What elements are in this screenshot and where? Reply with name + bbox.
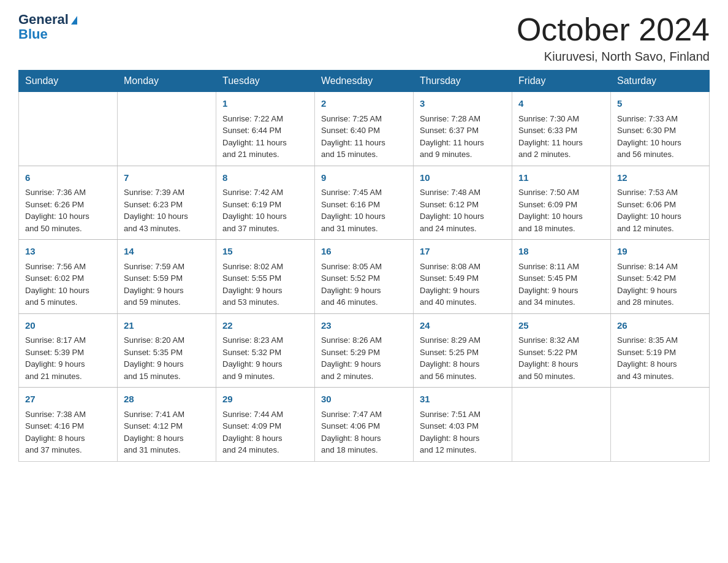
calendar-header-saturday: Saturday — [611, 71, 710, 92]
day-number: 11 — [518, 171, 604, 185]
day-number: 7 — [124, 171, 210, 185]
day-info: Sunrise: 8:08 AM Sunset: 5:49 PM Dayligh… — [420, 261, 506, 308]
day-number: 16 — [321, 245, 407, 259]
day-number: 3 — [420, 97, 506, 111]
calendar-header-tuesday: Tuesday — [216, 71, 315, 92]
page-header: General Blue October 2024 Kiuruvesi, Nor… — [18, 12, 710, 64]
day-info: Sunrise: 8:26 AM Sunset: 5:29 PM Dayligh… — [321, 334, 407, 382]
day-number: 21 — [124, 319, 210, 333]
calendar-week-row: 1Sunrise: 7:22 AM Sunset: 6:44 PM Daylig… — [19, 92, 710, 166]
calendar-cell: 1Sunrise: 7:22 AM Sunset: 6:44 PM Daylig… — [216, 92, 315, 166]
day-number: 22 — [222, 319, 308, 333]
day-number: 31 — [420, 393, 506, 407]
calendar-cell — [19, 92, 118, 166]
calendar-cell: 10Sunrise: 7:48 AM Sunset: 6:12 PM Dayli… — [414, 166, 512, 240]
day-number: 6 — [25, 171, 111, 185]
day-number: 15 — [222, 245, 308, 259]
day-info: Sunrise: 8:11 AM Sunset: 5:45 PM Dayligh… — [518, 261, 604, 308]
calendar-cell: 31Sunrise: 7:51 AM Sunset: 4:03 PM Dayli… — [414, 388, 512, 462]
day-info: Sunrise: 7:36 AM Sunset: 6:26 PM Dayligh… — [25, 186, 111, 234]
calendar-cell — [611, 388, 710, 462]
day-info: Sunrise: 8:32 AM Sunset: 5:22 PM Dayligh… — [518, 334, 604, 382]
day-number: 25 — [518, 319, 604, 333]
day-info: Sunrise: 8:20 AM Sunset: 5:35 PM Dayligh… — [124, 334, 210, 382]
calendar-cell: 30Sunrise: 7:47 AM Sunset: 4:06 PM Dayli… — [315, 388, 414, 462]
day-number: 14 — [124, 245, 210, 259]
calendar-cell: 16Sunrise: 8:05 AM Sunset: 5:52 PM Dayli… — [315, 240, 414, 314]
day-info: Sunrise: 7:47 AM Sunset: 4:06 PM Dayligh… — [321, 408, 407, 456]
calendar-cell: 23Sunrise: 8:26 AM Sunset: 5:29 PM Dayli… — [315, 313, 414, 388]
logo: General Blue — [18, 12, 77, 42]
day-info: Sunrise: 8:23 AM Sunset: 5:32 PM Dayligh… — [222, 334, 308, 382]
logo-triangle-icon — [71, 16, 77, 25]
calendar-cell: 29Sunrise: 7:44 AM Sunset: 4:09 PM Dayli… — [216, 388, 315, 462]
day-number: 20 — [25, 319, 111, 333]
calendar-cell: 26Sunrise: 8:35 AM Sunset: 5:19 PM Dayli… — [611, 313, 710, 388]
day-info: Sunrise: 7:56 AM Sunset: 6:02 PM Dayligh… — [25, 261, 111, 308]
day-number: 5 — [617, 97, 703, 111]
calendar-week-row: 27Sunrise: 7:38 AM Sunset: 4:16 PM Dayli… — [19, 388, 710, 462]
calendar-cell: 5Sunrise: 7:33 AM Sunset: 6:30 PM Daylig… — [611, 92, 710, 166]
day-info: Sunrise: 8:05 AM Sunset: 5:52 PM Dayligh… — [321, 261, 407, 308]
day-info: Sunrise: 8:02 AM Sunset: 5:55 PM Dayligh… — [222, 261, 308, 308]
day-number: 10 — [420, 171, 506, 185]
calendar-cell: 14Sunrise: 7:59 AM Sunset: 5:59 PM Dayli… — [118, 240, 216, 314]
day-info: Sunrise: 7:45 AM Sunset: 6:16 PM Dayligh… — [321, 186, 407, 234]
calendar-cell — [512, 388, 611, 462]
calendar-week-row: 20Sunrise: 8:17 AM Sunset: 5:39 PM Dayli… — [19, 313, 710, 388]
calendar-cell: 11Sunrise: 7:50 AM Sunset: 6:09 PM Dayli… — [512, 166, 611, 240]
day-number: 18 — [518, 245, 604, 259]
calendar-cell: 12Sunrise: 7:53 AM Sunset: 6:06 PM Dayli… — [611, 166, 710, 240]
calendar-week-row: 13Sunrise: 7:56 AM Sunset: 6:02 PM Dayli… — [19, 240, 710, 314]
day-number: 8 — [222, 171, 308, 185]
day-info: Sunrise: 7:59 AM Sunset: 5:59 PM Dayligh… — [124, 261, 210, 308]
day-info: Sunrise: 7:42 AM Sunset: 6:19 PM Dayligh… — [222, 186, 308, 234]
calendar-cell: 6Sunrise: 7:36 AM Sunset: 6:26 PM Daylig… — [19, 166, 118, 240]
day-number: 26 — [617, 319, 703, 333]
logo-general-text: General — [18, 12, 69, 27]
calendar-cell: 4Sunrise: 7:30 AM Sunset: 6:33 PM Daylig… — [512, 92, 611, 166]
day-number: 4 — [518, 97, 604, 111]
day-info: Sunrise: 7:33 AM Sunset: 6:30 PM Dayligh… — [617, 113, 703, 161]
calendar-cell: 27Sunrise: 7:38 AM Sunset: 4:16 PM Dayli… — [19, 388, 118, 462]
calendar-cell: 2Sunrise: 7:25 AM Sunset: 6:40 PM Daylig… — [315, 92, 414, 166]
calendar-cell: 9Sunrise: 7:45 AM Sunset: 6:16 PM Daylig… — [315, 166, 414, 240]
day-info: Sunrise: 7:39 AM Sunset: 6:23 PM Dayligh… — [124, 186, 210, 234]
day-number: 2 — [321, 97, 407, 111]
calendar-cell: 25Sunrise: 8:32 AM Sunset: 5:22 PM Dayli… — [512, 313, 611, 388]
calendar-cell: 19Sunrise: 8:14 AM Sunset: 5:42 PM Dayli… — [611, 240, 710, 314]
calendar-header-monday: Monday — [118, 71, 216, 92]
day-number: 1 — [222, 97, 308, 111]
day-number: 13 — [25, 245, 111, 259]
calendar-cell: 18Sunrise: 8:11 AM Sunset: 5:45 PM Dayli… — [512, 240, 611, 314]
calendar-header-row: SundayMondayTuesdayWednesdayThursdayFrid… — [19, 71, 710, 92]
day-number: 17 — [420, 245, 506, 259]
day-info: Sunrise: 7:50 AM Sunset: 6:09 PM Dayligh… — [518, 186, 604, 234]
calendar-cell: 15Sunrise: 8:02 AM Sunset: 5:55 PM Dayli… — [216, 240, 315, 314]
month-title: October 2024 — [517, 12, 710, 47]
calendar-cell: 8Sunrise: 7:42 AM Sunset: 6:19 PM Daylig… — [216, 166, 315, 240]
calendar-cell: 7Sunrise: 7:39 AM Sunset: 6:23 PM Daylig… — [118, 166, 216, 240]
calendar-cell — [118, 92, 216, 166]
calendar-header-friday: Friday — [512, 71, 611, 92]
calendar-cell: 20Sunrise: 8:17 AM Sunset: 5:39 PM Dayli… — [19, 313, 118, 388]
logo-blue-text: Blue — [18, 27, 77, 42]
day-number: 27 — [25, 393, 111, 407]
day-info: Sunrise: 7:48 AM Sunset: 6:12 PM Dayligh… — [420, 186, 506, 234]
calendar-cell: 17Sunrise: 8:08 AM Sunset: 5:49 PM Dayli… — [414, 240, 512, 314]
title-block: October 2024 Kiuruvesi, North Savo, Finl… — [517, 12, 710, 64]
day-info: Sunrise: 7:30 AM Sunset: 6:33 PM Dayligh… — [518, 113, 604, 161]
calendar-cell: 13Sunrise: 7:56 AM Sunset: 6:02 PM Dayli… — [19, 240, 118, 314]
day-info: Sunrise: 8:14 AM Sunset: 5:42 PM Dayligh… — [617, 261, 703, 308]
day-info: Sunrise: 8:29 AM Sunset: 5:25 PM Dayligh… — [420, 334, 506, 382]
location: Kiuruvesi, North Savo, Finland — [517, 50, 710, 64]
calendar-week-row: 6Sunrise: 7:36 AM Sunset: 6:26 PM Daylig… — [19, 166, 710, 240]
calendar-header-thursday: Thursday — [414, 71, 512, 92]
day-number: 19 — [617, 245, 703, 259]
day-info: Sunrise: 7:25 AM Sunset: 6:40 PM Dayligh… — [321, 113, 407, 161]
day-number: 9 — [321, 171, 407, 185]
day-number: 28 — [124, 393, 210, 407]
calendar-cell: 22Sunrise: 8:23 AM Sunset: 5:32 PM Dayli… — [216, 313, 315, 388]
day-number: 29 — [222, 393, 308, 407]
day-info: Sunrise: 7:22 AM Sunset: 6:44 PM Dayligh… — [222, 113, 308, 161]
